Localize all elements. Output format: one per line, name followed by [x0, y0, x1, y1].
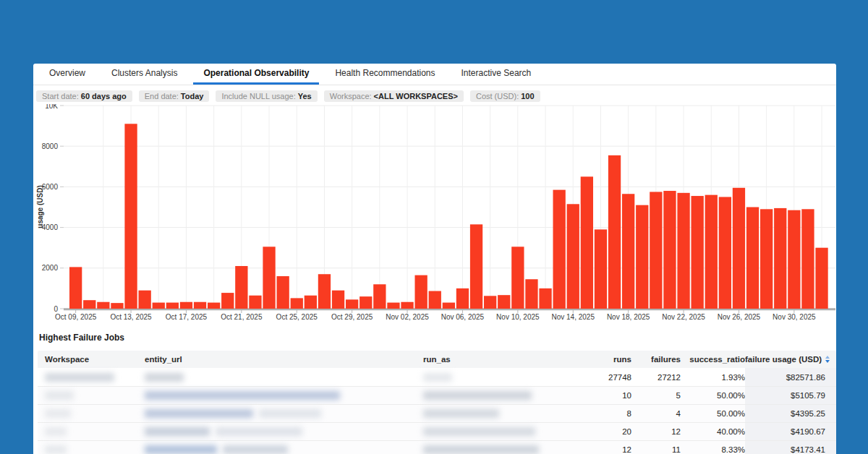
bar-Nov 08, 2025[interactable]: [484, 296, 496, 309]
bar-Nov 11, 2025[interactable]: [525, 279, 537, 309]
x-tick-label: Oct 13, 2025: [110, 313, 152, 321]
bar-Nov 02, 2025[interactable]: [401, 302, 413, 309]
bar-Nov 27, 2025[interactable]: [746, 207, 759, 309]
cell-failure-usage: $82571.86: [745, 368, 836, 386]
tab-operational-observability[interactable]: Operational Observability: [193, 64, 319, 85]
bar-Oct 19, 2025[interactable]: [208, 303, 220, 309]
cell-run-as: [423, 427, 608, 437]
redacted-text: [423, 409, 499, 418]
bar-Nov 29, 2025[interactable]: [774, 208, 786, 309]
bar-Oct 15, 2025[interactable]: [153, 303, 165, 309]
bar-Oct 21, 2025[interactable]: [235, 266, 247, 309]
bar-Oct 22, 2025[interactable]: [249, 296, 261, 309]
bar-Oct 11, 2025[interactable]: [97, 302, 109, 309]
bar-Oct 13, 2025[interactable]: [124, 124, 137, 309]
cell-run-as: [423, 445, 608, 454]
bar-Nov 21, 2025[interactable]: [663, 191, 676, 309]
bar-Nov 01, 2025[interactable]: [387, 303, 399, 309]
bar-Nov 03, 2025[interactable]: [415, 275, 427, 309]
tab-interactive-search[interactable]: Interactive Search: [451, 64, 542, 85]
usage-bar-chart[interactable]: Oct 09, 2025Oct 13, 2025Oct 17, 2025Oct …: [33, 104, 836, 325]
bar-Oct 25, 2025[interactable]: [291, 298, 303, 309]
bar-Nov 12, 2025[interactable]: [539, 288, 551, 309]
col-header-run-as[interactable]: run_as: [423, 355, 608, 364]
bar-Nov 22, 2025[interactable]: [677, 193, 689, 309]
cell-runs: 10: [608, 391, 631, 400]
tab-overview[interactable]: Overview: [39, 64, 95, 85]
filter-start-date[interactable]: Start date:60 days ago: [36, 90, 132, 102]
bar-Oct 27, 2025[interactable]: [318, 274, 331, 309]
bar-Oct 18, 2025[interactable]: [194, 302, 206, 309]
redacted-text: [145, 445, 217, 454]
bar-Nov 04, 2025[interactable]: [429, 291, 441, 309]
cell-failure-usage: $4190.67: [745, 423, 836, 440]
bar-Nov 19, 2025[interactable]: [636, 205, 648, 309]
bar-Nov 15, 2025[interactable]: [581, 176, 593, 309]
bar-Oct 10, 2025[interactable]: [83, 300, 95, 309]
bar-Nov 23, 2025[interactable]: [692, 196, 704, 309]
cell-runs: 27748: [608, 373, 631, 382]
bar-Dec 02, 2025[interactable]: [815, 248, 827, 309]
bar-Oct 30, 2025[interactable]: [359, 296, 372, 309]
tab-health-recommendations[interactable]: Health Recommendations: [325, 64, 445, 85]
col-header-success-ratio[interactable]: success_ratio: [681, 355, 745, 364]
bar-Nov 26, 2025[interactable]: [733, 188, 745, 309]
table-header-row: Workspace entity_url run_as runs failure…: [38, 351, 836, 368]
filter-end-date[interactable]: End date:Today: [139, 90, 210, 102]
cell-success-ratio: 50.00%: [681, 409, 745, 418]
bar-Nov 24, 2025[interactable]: [705, 195, 718, 309]
bar-Oct 29, 2025[interactable]: [346, 299, 358, 309]
filter-workspace[interactable]: Workspace:<ALL WORKSPACES>: [324, 90, 464, 102]
bar-Dec 01, 2025[interactable]: [801, 209, 814, 309]
redacted-text: [45, 409, 71, 418]
bar-Nov 25, 2025[interactable]: [719, 197, 731, 309]
bar-Nov 05, 2025[interactable]: [443, 303, 455, 309]
bar-Nov 14, 2025[interactable]: [567, 204, 579, 309]
cell-runs: 8: [608, 409, 631, 418]
col-header-runs[interactable]: runs: [608, 355, 631, 364]
x-tick-label: Oct 09, 2025: [55, 313, 97, 321]
bar-Oct 14, 2025[interactable]: [139, 291, 151, 309]
bar-Oct 12, 2025[interactable]: [111, 303, 123, 309]
bar-Nov 20, 2025[interactable]: [650, 192, 662, 309]
cell-workspace: [45, 427, 145, 437]
bar-Oct 09, 2025[interactable]: [69, 267, 82, 309]
bar-Nov 18, 2025[interactable]: [622, 194, 634, 309]
bar-Oct 26, 2025[interactable]: [305, 296, 317, 309]
col-header-entity-url[interactable]: entity_url: [145, 355, 423, 364]
cell-entity-url: [145, 427, 423, 437]
bar-Oct 28, 2025[interactable]: [332, 291, 344, 309]
y-tick-label: 6000: [42, 183, 59, 191]
bar-Nov 16, 2025[interactable]: [595, 229, 607, 309]
tab-clusters-analysis[interactable]: Clusters Analysis: [101, 64, 187, 85]
bar-Nov 06, 2025[interactable]: [456, 288, 469, 309]
bar-Oct 20, 2025[interactable]: [221, 293, 234, 309]
cell-failures: 11: [631, 445, 681, 454]
redacted-text: [145, 409, 253, 418]
y-tick-label: 2000: [42, 264, 59, 272]
bar-Oct 16, 2025[interactable]: [166, 303, 179, 309]
bar-Oct 24, 2025[interactable]: [277, 276, 289, 309]
bar-Nov 10, 2025[interactable]: [511, 247, 524, 309]
bar-Nov 17, 2025[interactable]: [608, 155, 621, 309]
bar-Nov 09, 2025[interactable]: [498, 295, 510, 309]
cell-runs: 12: [608, 445, 631, 454]
cell-success-ratio: 40.00%: [681, 427, 745, 436]
bar-Oct 17, 2025[interactable]: [180, 302, 192, 309]
col-header-failure-usage[interactable]: failure usage (USD): [745, 351, 841, 368]
bar-Nov 07, 2025[interactable]: [470, 224, 482, 309]
filter-include-null-usage[interactable]: Include NULL usage:Yes: [216, 90, 317, 102]
bar-Nov 13, 2025[interactable]: [553, 190, 566, 309]
cell-failures: 5: [631, 391, 681, 400]
bar-Oct 31, 2025[interactable]: [373, 284, 386, 309]
bar-Nov 30, 2025[interactable]: [788, 210, 800, 309]
sort-icon[interactable]: [825, 356, 830, 363]
redacted-text: [259, 409, 321, 418]
redacted-text: [45, 391, 74, 400]
col-header-failures[interactable]: failures: [631, 355, 681, 364]
bar-Nov 28, 2025[interactable]: [760, 209, 773, 309]
bar-Oct 23, 2025[interactable]: [263, 247, 275, 309]
filter-cost-usd[interactable]: Cost (USD):100: [470, 90, 540, 102]
col-header-workspace[interactable]: Workspace: [45, 355, 145, 364]
cell-entity-url: [145, 445, 423, 454]
